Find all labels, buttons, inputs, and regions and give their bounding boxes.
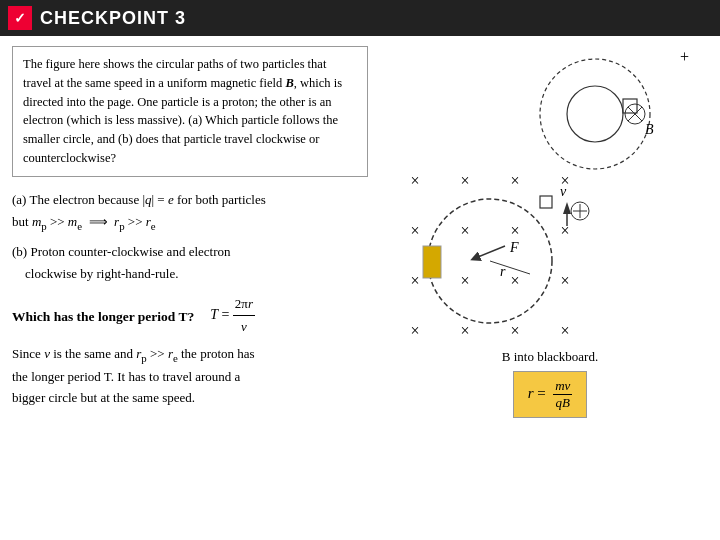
r-fraction: mv qB — [553, 378, 572, 411]
answer-a-text: (a) The electron because |q| = e for bot… — [12, 192, 266, 207]
main-content: The figure here shows the circular paths… — [0, 36, 720, 540]
svg-text:F: F — [509, 240, 519, 255]
header: ✓ CHECKPOINT 3 — [0, 0, 720, 36]
svg-text:×: × — [410, 322, 419, 339]
svg-text:+: + — [680, 48, 689, 65]
svg-text:×: × — [560, 322, 569, 339]
right-column: + B × × × × — [380, 36, 720, 540]
svg-text:×: × — [410, 222, 419, 239]
svg-marker-29 — [563, 202, 571, 214]
svg-text:×: × — [510, 322, 519, 339]
question-box: The figure here shows the circular paths… — [12, 46, 368, 177]
svg-text:×: × — [510, 172, 519, 189]
svg-text:×: × — [510, 272, 519, 289]
svg-text:×: × — [510, 222, 519, 239]
svg-rect-25 — [423, 246, 441, 278]
answer-a: (a) The electron because |q| = e for bot… — [12, 189, 368, 235]
svg-text:×: × — [560, 272, 569, 289]
svg-text:B: B — [645, 122, 654, 137]
svg-text:×: × — [560, 222, 569, 239]
which-period-question: Which has the longer period T? — [12, 306, 194, 329]
r-formula-box: r = mv qB — [513, 371, 588, 418]
answer-b-text: (b) Proton counter-clockwise and electro… — [12, 244, 231, 281]
svg-line-34 — [473, 246, 505, 259]
top-diagram-svg: + B — [395, 44, 705, 174]
svg-rect-26 — [540, 196, 552, 208]
svg-text:v: v — [560, 184, 567, 199]
period-formula: T = 2πr v — [210, 293, 255, 338]
left-column: The figure here shows the circular paths… — [0, 36, 380, 540]
svg-text:×: × — [460, 222, 469, 239]
svg-text:×: × — [410, 272, 419, 289]
which-period-row: Which has the longer period T? T = 2πr v — [12, 293, 368, 338]
svg-point-2 — [567, 86, 623, 142]
checkpoint-icon: ✓ — [8, 6, 32, 30]
question-text: The figure here shows the circular paths… — [23, 57, 342, 165]
svg-text:×: × — [410, 172, 419, 189]
page-title: CHECKPOINT 3 — [40, 8, 186, 29]
svg-point-1 — [540, 59, 650, 169]
middle-diagram: × × × × × × × × × × × × × × × × — [395, 164, 705, 359]
svg-text:×: × — [460, 172, 469, 189]
r-formula: r = mv qB — [528, 378, 573, 411]
period-fraction: 2πr v — [233, 293, 255, 338]
top-diagram: + B — [395, 44, 705, 174]
answers-section: (a) The electron because |q| = e for bot… — [12, 189, 368, 409]
since-text: Since v is the same and rp >> re the pro… — [12, 344, 368, 409]
svg-text:×: × — [460, 272, 469, 289]
answer-b: (b) Proton counter-clockwise and electro… — [12, 241, 368, 285]
svg-text:×: × — [460, 322, 469, 339]
answer-a2-text: but mp >> me ⟹ rp >> re — [12, 214, 156, 229]
middle-diagram-svg: × × × × × × × × × × × × × × × × — [395, 164, 705, 359]
